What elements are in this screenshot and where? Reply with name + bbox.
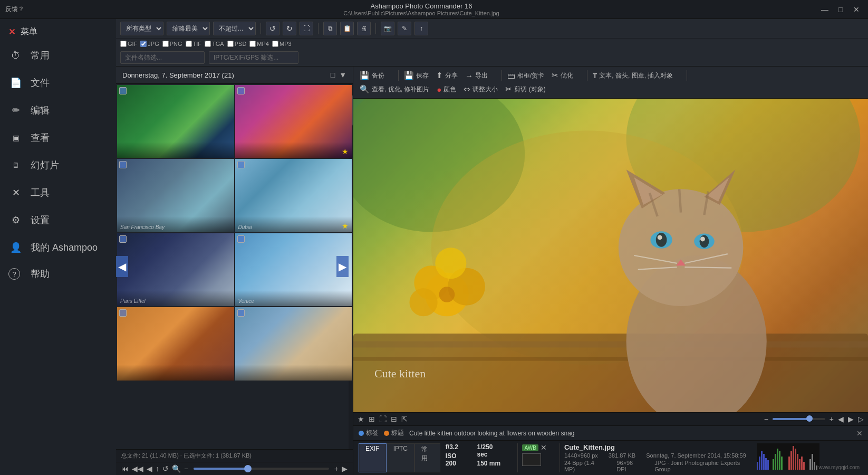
format-jpg[interactable]: JPG bbox=[140, 41, 159, 47]
filename-search-input[interactable] bbox=[120, 51, 205, 64]
format-mp3[interactable]: MP3 bbox=[272, 41, 292, 47]
print-button[interactable]: 🖨 bbox=[357, 22, 371, 35]
sidebar-item-myash[interactable]: 👤 我的 Ashampoo bbox=[0, 234, 116, 261]
type-filter-select[interactable]: 所有类型 bbox=[120, 22, 163, 35]
format-tif[interactable]: TIF bbox=[186, 41, 202, 47]
pv-next-button[interactable]: ▶ bbox=[848, 415, 854, 423]
sidebar-item-help[interactable]: ? 帮助 bbox=[0, 261, 116, 287]
nav-search-button[interactable]: 🔍 bbox=[172, 464, 181, 473]
svg-rect-42 bbox=[781, 457, 783, 470]
nav-prev-far-button[interactable]: ◀◀ bbox=[132, 464, 143, 473]
sort-filter-select[interactable]: 缩略最美 bbox=[167, 22, 210, 35]
photo-cell-6[interactable]: Venice bbox=[235, 233, 352, 306]
nav-refresh-button[interactable]: ↺ bbox=[162, 464, 169, 473]
scan-button[interactable]: 📷 bbox=[381, 22, 394, 35]
backup-button[interactable]: 💾 备份 bbox=[358, 70, 387, 81]
extra-filter-select[interactable]: 不超过... bbox=[213, 22, 256, 35]
fullscreen-button[interactable]: ⛶ bbox=[300, 22, 313, 35]
paste-button[interactable]: 📋 bbox=[340, 22, 354, 35]
text-insert-button[interactable]: T 文本, 箭头, 图章, 插入对象 bbox=[591, 70, 675, 81]
photo-cell-4[interactable]: ★ Dubai bbox=[235, 159, 352, 232]
photo-select-1[interactable] bbox=[119, 87, 127, 94]
rotate-left-button[interactable]: ↺ bbox=[266, 22, 279, 35]
expand-icon[interactable]: ▼ bbox=[339, 71, 346, 79]
format-mp4[interactable]: MP4 bbox=[249, 41, 269, 47]
slider-thumb[interactable] bbox=[244, 465, 252, 472]
menu-close-icon[interactable]: ✕ bbox=[8, 27, 15, 37]
pv-zoom-slider[interactable] bbox=[773, 418, 825, 420]
edit-photo-button[interactable]: ✎ bbox=[398, 22, 411, 35]
collapse-icon[interactable]: □ bbox=[331, 71, 335, 79]
format-tga[interactable]: TGA bbox=[205, 41, 224, 47]
star-icon-2[interactable]: ★ bbox=[342, 147, 349, 156]
photo-cell-8[interactable] bbox=[235, 307, 352, 380]
rotate-right-button[interactable]: ↻ bbox=[283, 22, 296, 35]
photo-select-2[interactable] bbox=[237, 87, 245, 94]
nav-zoom-out-button[interactable]: − bbox=[184, 464, 188, 473]
sidebar-item-file[interactable]: 📄 文件 bbox=[0, 69, 116, 97]
photo-select-8[interactable] bbox=[237, 309, 245, 317]
sidebar-item-tools[interactable]: ✕ 工具 bbox=[0, 179, 116, 206]
svg-rect-37 bbox=[767, 460, 769, 470]
photo-select-5[interactable] bbox=[119, 235, 127, 243]
tag-close-button[interactable]: ✕ bbox=[856, 429, 863, 438]
photo-select-6[interactable] bbox=[237, 235, 245, 243]
browse-opt-button[interactable]: 🔍 查看, 优化, 修补图片 bbox=[358, 83, 431, 95]
title-button[interactable]: 标题 bbox=[384, 429, 404, 438]
photo-select-4[interactable] bbox=[237, 161, 245, 168]
pv-slideshow-button[interactable]: ▷ bbox=[858, 415, 864, 423]
grid-size-slider[interactable] bbox=[194, 468, 329, 470]
photo-cell-3[interactable]: San Francisco Bay bbox=[117, 159, 234, 232]
exif-tab-exif[interactable]: EXIF bbox=[359, 443, 387, 472]
copy-button[interactable]: ⧉ bbox=[323, 22, 337, 35]
grid-nav-right[interactable]: ▶ bbox=[336, 256, 349, 277]
pv-prev-button[interactable]: ◀ bbox=[838, 415, 844, 423]
resize-button[interactable]: ⇔ 调整大小 bbox=[461, 83, 500, 95]
maximize-button[interactable]: □ bbox=[834, 3, 847, 16]
photo-cell-5[interactable]: Paris Eiffel bbox=[117, 233, 234, 306]
format-gif[interactable]: GIF bbox=[120, 41, 137, 47]
exif-tab-iptc[interactable]: IPTC bbox=[387, 443, 414, 472]
photo-scroll-area[interactable]: ◀ ▶ bbox=[116, 84, 353, 449]
sidebar-item-edit[interactable]: ✏ 编辑 bbox=[0, 97, 116, 124]
pv-zoom-out-button[interactable]: − bbox=[764, 415, 768, 423]
color-button[interactable]: ● 颜色 bbox=[435, 84, 458, 95]
star-icon-4[interactable]: ★ bbox=[342, 222, 349, 230]
nav-next-button[interactable]: ▶ bbox=[342, 464, 348, 473]
title-feedback[interactable]: 反馈？ bbox=[5, 5, 24, 14]
optimize-button[interactable]: ✂ 优化 bbox=[549, 70, 575, 81]
nav-zoom-in-button[interactable]: + bbox=[334, 464, 339, 473]
pv-star-button[interactable]: ★ bbox=[358, 415, 364, 423]
exif-tab-common[interactable]: 常用 bbox=[414, 443, 440, 472]
pv-expand-button[interactable]: ⇱ bbox=[401, 415, 408, 423]
tag-button[interactable]: 标签 bbox=[359, 429, 379, 438]
format-png[interactable]: PNG bbox=[162, 41, 182, 47]
pv-fullscreen-button[interactable]: ⛶ bbox=[379, 415, 387, 423]
nav-prev-button[interactable]: ◀ bbox=[147, 464, 152, 473]
format-psd[interactable]: PSD bbox=[227, 41, 247, 47]
photo-cell-1[interactable] bbox=[117, 85, 234, 158]
close-button[interactable]: ✕ bbox=[850, 3, 863, 16]
nav-up-button[interactable]: ↑ bbox=[156, 464, 159, 473]
sidebar-item-common[interactable]: ⏱ 常用 bbox=[0, 42, 116, 69]
export-button[interactable]: ↑ bbox=[414, 22, 428, 35]
photo-select-3[interactable] bbox=[119, 161, 127, 168]
grid-nav-left[interactable]: ◀ bbox=[116, 256, 128, 277]
sidebar-item-slideshow[interactable]: 🖥 幻灯片 bbox=[0, 151, 116, 179]
sidebar-item-view[interactable]: ▣ 查看 bbox=[0, 124, 116, 151]
pv-grid-button[interactable]: ⊟ bbox=[391, 415, 397, 423]
pv-compare-button[interactable]: ⊞ bbox=[369, 415, 375, 423]
nav-first-button[interactable]: ⏮ bbox=[121, 464, 129, 473]
minimize-button[interactable]: — bbox=[818, 3, 831, 16]
photo-select-7[interactable] bbox=[119, 309, 127, 317]
album-card-button[interactable]: 🗃 相框/贺卡 bbox=[505, 70, 546, 81]
share-button[interactable]: ⬆ 分享 bbox=[434, 70, 460, 81]
pv-zoom-in-button[interactable]: + bbox=[830, 415, 834, 423]
sidebar-item-settings[interactable]: ⚙ 设置 bbox=[0, 206, 116, 234]
save-button[interactable]: 💾 保存 bbox=[402, 70, 431, 81]
crop-button[interactable]: ✂ 剪切 (对象) bbox=[503, 83, 547, 95]
export-action-button[interactable]: → 导出 bbox=[463, 70, 490, 81]
photo-cell-2[interactable]: ★ bbox=[235, 85, 352, 158]
meta-search-input[interactable] bbox=[209, 51, 298, 64]
photo-cell-7[interactable] bbox=[117, 307, 234, 380]
